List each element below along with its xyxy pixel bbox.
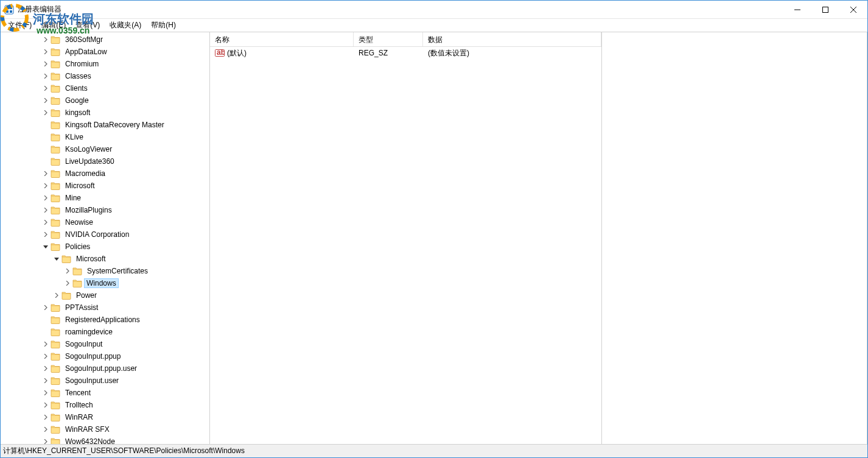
maximize-button[interactable]	[811, 1, 839, 18]
chevron-right-icon[interactable]	[52, 291, 61, 300]
chevron-right-icon[interactable]	[41, 169, 51, 178]
chevron-right-icon[interactable]	[41, 108, 51, 118]
tree-item[interactable]: AppDataLow	[1, 46, 209, 58]
tree-item[interactable]: WinRAR	[1, 411, 209, 423]
titlebar[interactable]: 注册表编辑器	[1, 1, 867, 19]
folder-icon	[51, 376, 60, 385]
menu-help[interactable]: 帮助(H)	[146, 19, 181, 32]
folder-icon	[51, 352, 60, 361]
column-header-data[interactable]: 数据	[423, 32, 601, 46]
minimize-icon	[794, 7, 800, 13]
chevron-right-icon[interactable]	[41, 47, 51, 57]
tree-item-label: WinRAR SFX	[63, 425, 112, 434]
tree-item[interactable]: roamingdevice	[1, 326, 209, 338]
chevron-right-icon[interactable]	[41, 364, 51, 373]
tree-pane[interactable]: 360SoftMgrAppDataLowChromiumClassesClien…	[1, 32, 210, 444]
chevron-right-icon[interactable]	[41, 59, 51, 69]
tree-item[interactable]: NVIDIA Corporation	[1, 228, 209, 241]
chevron-down-icon[interactable]	[52, 254, 61, 264]
tree-item[interactable]: Tencent	[1, 387, 209, 399]
chevron-right-icon[interactable]	[41, 35, 51, 44]
chevron-right-icon[interactable]	[41, 230, 51, 239]
tree-item-label: Kingsoft DataRecovery Master	[63, 120, 167, 130]
tree-item[interactable]: Chromium	[1, 58, 209, 70]
tree-item[interactable]: WinRAR SFX	[1, 423, 209, 435]
tree-item[interactable]: SogouInput.ppup	[1, 350, 209, 362]
tree-item[interactable]: SystemCertificates	[1, 265, 209, 277]
folder-icon	[51, 108, 60, 117]
list-body[interactable]: (默认)REG_SZ(数值未设置)	[210, 47, 601, 444]
tree-item[interactable]: Classes	[1, 70, 209, 82]
folder-icon	[51, 35, 60, 44]
tree-item-label: Wow6432Node	[63, 437, 117, 444]
tree-item[interactable]: PPTAssist	[1, 301, 209, 314]
tree-item[interactable]: Clients	[1, 82, 209, 94]
tree-item[interactable]: 360SoftMgr	[1, 33, 209, 46]
tree-item[interactable]: LiveUpdate360	[1, 155, 209, 167]
tree-item-label: KsoLogViewer	[63, 144, 114, 154]
tree-item[interactable]: KLive	[1, 131, 209, 143]
chevron-right-icon[interactable]	[41, 193, 51, 203]
tree-item-label: NVIDIA Corporation	[63, 230, 131, 239]
minimize-button[interactable]	[783, 1, 811, 18]
tree-item[interactable]: Power	[1, 289, 209, 301]
chevron-right-icon[interactable]	[41, 376, 51, 386]
folder-icon	[51, 230, 60, 239]
folder-icon	[51, 340, 60, 348]
folder-icon	[51, 133, 60, 141]
registry-tree: 360SoftMgrAppDataLowChromiumClassesClien…	[1, 32, 209, 444]
tree-item[interactable]: Macromedia	[1, 167, 209, 180]
tree-item[interactable]: Windows	[1, 277, 209, 289]
tree-item-label: SogouInput	[63, 339, 105, 349]
menu-view[interactable]: 查看(V)	[71, 19, 105, 32]
tree-item[interactable]: Policies	[1, 241, 209, 253]
tree-item[interactable]: SogouInput.user	[1, 375, 209, 387]
tree-item-label: 360SoftMgr	[63, 35, 105, 44]
chevron-right-icon[interactable]	[41, 83, 51, 93]
chevron-right-icon[interactable]	[41, 388, 51, 398]
registry-editor-window: 河东软件园 www.0359.cn 注册表编辑器 文件(F) 编辑(E) 查看(…	[0, 0, 868, 458]
close-button[interactable]	[839, 1, 867, 18]
menu-favorites[interactable]: 收藏夹(A)	[105, 19, 146, 32]
chevron-right-icon[interactable]	[63, 278, 72, 288]
chevron-right-icon[interactable]	[41, 339, 51, 349]
tree-item-label: RegisteredApplications	[63, 315, 142, 325]
chevron-right-icon[interactable]	[41, 71, 51, 81]
column-header-type[interactable]: 类型	[354, 32, 423, 46]
chevron-right-icon[interactable]	[41, 217, 51, 227]
tree-item-label: LiveUpdate360	[63, 157, 117, 166]
chevron-right-icon[interactable]	[41, 400, 51, 410]
tree-item[interactable]: Microsoft	[1, 253, 209, 265]
tree-item[interactable]: RegisteredApplications	[1, 314, 209, 326]
menu-edit[interactable]: 编辑(E)	[37, 19, 71, 32]
tree-item[interactable]: Wow6432Node	[1, 435, 209, 444]
tree-item[interactable]: Mine	[1, 192, 209, 204]
tree-item[interactable]: KsoLogViewer	[1, 143, 209, 155]
chevron-right-icon[interactable]	[41, 181, 51, 191]
chevron-right-icon[interactable]	[41, 205, 51, 215]
tree-item[interactable]: Kingsoft DataRecovery Master	[1, 119, 209, 131]
chevron-right-icon[interactable]	[41, 437, 51, 444]
chevron-right-icon[interactable]	[63, 266, 72, 276]
tree-item-label: SystemCertificates	[85, 266, 150, 276]
tree-item[interactable]: Google	[1, 94, 209, 107]
tree-item[interactable]: Trolltech	[1, 399, 209, 411]
tree-item[interactable]: MozillaPlugins	[1, 204, 209, 216]
tree-item[interactable]: SogouInput.ppup.user	[1, 362, 209, 375]
list-row[interactable]: (默认)REG_SZ(数值未设置)	[210, 47, 601, 59]
chevron-right-icon[interactable]	[41, 425, 51, 434]
menu-file[interactable]: 文件(F)	[3, 19, 37, 32]
chevron-right-icon[interactable]	[41, 96, 51, 105]
chevron-right-icon[interactable]	[41, 412, 51, 422]
chevron-down-icon[interactable]	[41, 242, 51, 252]
tree-item[interactable]: Neowise	[1, 216, 209, 228]
tree-item[interactable]: Microsoft	[1, 180, 209, 192]
chevron-right-icon[interactable]	[41, 303, 51, 312]
column-header-name[interactable]: 名称	[210, 32, 354, 46]
tree-item[interactable]: kingsoft	[1, 107, 209, 119]
folder-icon	[51, 181, 60, 190]
tree-item-label: roamingdevice	[63, 327, 115, 337]
tree-item[interactable]: SogouInput	[1, 338, 209, 350]
chevron-right-icon[interactable]	[41, 351, 51, 361]
folder-icon	[51, 169, 60, 178]
